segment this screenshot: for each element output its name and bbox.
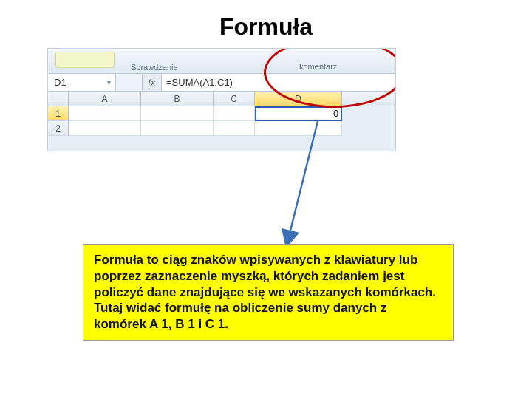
cell-C2[interactable] <box>214 121 255 136</box>
ribbon-group-label: Sprawdzanie <box>131 63 178 72</box>
row-2: 2 <box>48 121 395 136</box>
column-header-A[interactable]: A <box>69 92 141 106</box>
select-all-corner[interactable] <box>48 92 69 106</box>
cell-A2[interactable] <box>69 121 141 136</box>
column-header-C[interactable]: C <box>214 92 255 106</box>
ribbon: Sprawdzanie komentarz <box>48 49 395 74</box>
excel-screenshot: Sprawdzanie komentarz D1 ▼ fx =SUMA(A1:C… <box>47 48 396 151</box>
sheet-grid: A B C D 1 0 2 <box>48 92 395 136</box>
column-header-B[interactable]: B <box>141 92 214 106</box>
row-header-2[interactable]: 2 <box>48 121 69 136</box>
ribbon-button-group[interactable] <box>55 52 115 68</box>
column-header-D[interactable]: D <box>255 92 342 106</box>
formula-fn-buttons[interactable] <box>116 74 143 91</box>
fx-icon[interactable]: fx <box>143 74 162 91</box>
column-headers: A B C D <box>48 92 395 106</box>
name-box[interactable]: D1 ▼ <box>48 74 116 91</box>
row-1: 1 0 <box>48 106 395 121</box>
cell-D1[interactable]: 0 <box>255 106 342 121</box>
formula-bar-row: D1 ▼ fx =SUMA(A1:C1) <box>48 74 395 92</box>
name-box-value: D1 <box>54 77 66 88</box>
row-header-1[interactable]: 1 <box>48 106 69 121</box>
ribbon-comment-label: komentarz <box>299 62 337 71</box>
cell-D2[interactable] <box>255 121 342 136</box>
cell-B2[interactable] <box>141 121 214 136</box>
explanation-callout: Formuła to ciąg znaków wpisywanych z kla… <box>83 244 454 341</box>
cell-B1[interactable] <box>141 106 214 121</box>
cell-A1[interactable] <box>69 106 141 121</box>
formula-bar-input[interactable]: =SUMA(A1:C1) <box>162 74 395 91</box>
slide-title: Formuła <box>0 13 532 41</box>
chevron-down-icon[interactable]: ▼ <box>106 79 112 86</box>
cell-C1[interactable] <box>214 106 255 121</box>
